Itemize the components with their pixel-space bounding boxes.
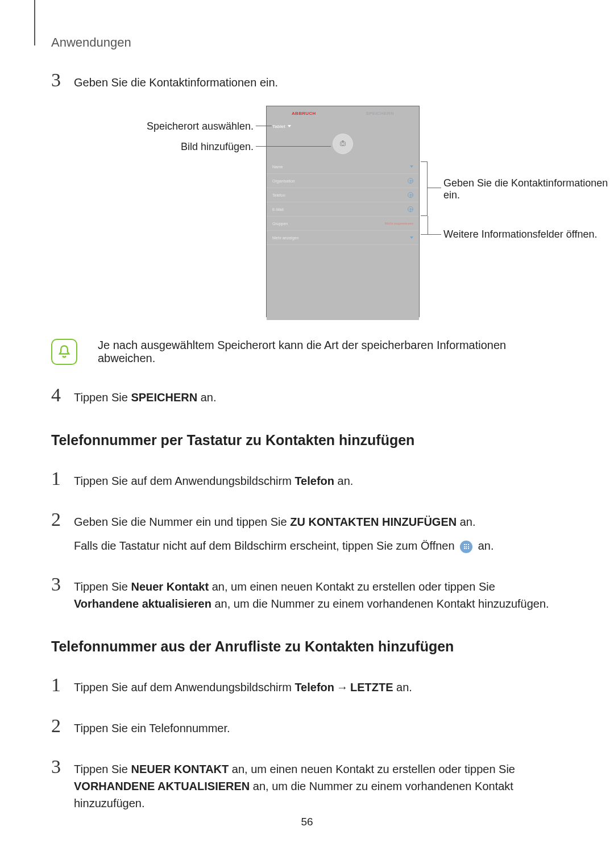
- callout-info: Geben Sie die Kontaktinformationen ein.: [443, 177, 614, 201]
- h1-step-3: 3 Tippen Sie Neuer Kontakt an, um einen …: [51, 575, 563, 612]
- t: an.: [478, 539, 494, 552]
- t: Vorhandene aktualisieren: [74, 597, 211, 610]
- dialpad-icon: [460, 541, 472, 553]
- page-number: 56: [0, 816, 614, 828]
- step-number: 1: [51, 675, 74, 695]
- t: Falls die Tastatur nicht auf dem Bildsch…: [74, 539, 458, 552]
- step-number: 3: [51, 757, 74, 776]
- h2-step-3: 3 Tippen Sie NEUER KONTAKT an, um einen …: [51, 757, 563, 812]
- t: an.: [457, 516, 475, 528]
- step-number: 3: [51, 70, 74, 90]
- leader-line: [428, 188, 441, 188]
- step-number: 1: [51, 469, 74, 488]
- step-text: Tippen Sie NEUER KONTAKT an, um einen ne…: [74, 757, 563, 812]
- t: LETZTE: [350, 681, 393, 693]
- step-number: 4: [51, 385, 74, 405]
- t: Tippen Sie auf dem Anwendungsbildschirm: [74, 681, 294, 693]
- t: Telefon: [294, 681, 334, 693]
- step-number: 2: [51, 510, 74, 529]
- leader-line: [428, 216, 428, 234]
- t: VORHANDENE AKTUALISIEREN: [74, 780, 250, 792]
- header-accent-line: [34, 0, 35, 45]
- callout-photo: Bild hinzufügen.: [106, 141, 254, 153]
- t: an, um einen neuen Kontakt zu erstellen …: [229, 763, 515, 775]
- leader-line: [421, 234, 441, 235]
- callout-more: Weitere Informationsfelder öffnen.: [443, 229, 614, 240]
- chevron-down-icon: [410, 236, 413, 239]
- step-text: Geben Sie die Kontaktinformationen ein.: [74, 70, 563, 91]
- add-photo-button[interactable]: [333, 134, 353, 154]
- more-field[interactable]: Mehr anzeigen: [267, 231, 419, 245]
- t: an.: [197, 391, 216, 404]
- field-label: Gruppen: [272, 222, 288, 226]
- arrow-right-icon: →: [337, 679, 348, 696]
- storage-label: Tablet: [272, 124, 285, 129]
- t: NEUER KONTAKT: [131, 763, 229, 775]
- camera-icon: [340, 142, 346, 146]
- phone-screenshot: ABBRUCH SPEICHERN Tablet Name Organisati…: [266, 106, 420, 317]
- step-text: Tippen Sie ein Telefonnummer.: [74, 716, 563, 737]
- step-number: 2: [51, 716, 74, 736]
- field-label: Telefon: [272, 193, 285, 197]
- storage-dropdown[interactable]: Tablet: [267, 120, 419, 132]
- subheading-keypad: Telefonnummer per Tastatur zu Kontakten …: [51, 432, 563, 448]
- t: Tippen Sie: [74, 580, 131, 593]
- leader-line: [256, 126, 272, 126]
- t: Tippen Sie auf dem Anwendungsbildschirm: [74, 475, 294, 487]
- h2-step-2: 2 Tippen Sie ein Telefonnummer.: [51, 716, 563, 737]
- name-field[interactable]: Name: [267, 160, 419, 174]
- step-3: 3 Geben Sie die Kontaktinformationen ein…: [51, 70, 563, 91]
- field-list: Name Organisation Telefon E-Mail Gruppen: [267, 160, 419, 245]
- step-4: 4 Tippen Sie SPEICHERN an.: [51, 385, 563, 406]
- field-label: Mehr anzeigen: [272, 236, 298, 240]
- h2-step-1: 1 Tippen Sie auf dem Anwendungsbildschir…: [51, 675, 563, 696]
- note-row: Je nach ausgewähltem Speicherort kann di…: [51, 339, 563, 365]
- t: Geben Sie die Nummer ein und tippen Sie: [74, 516, 290, 528]
- cancel-label[interactable]: ABBRUCH: [292, 111, 316, 116]
- t: ZU KONTAKTEN HINZUFÜGEN: [290, 516, 457, 528]
- subheading-calllog: Telefonnummer aus der Anrufliste zu Kont…: [51, 638, 563, 655]
- field-label: Organisation: [272, 179, 295, 183]
- step-text: Tippen Sie SPEICHERN an.: [74, 385, 563, 406]
- t: Telefon: [294, 475, 334, 487]
- org-field[interactable]: Organisation: [267, 174, 419, 188]
- t: an.: [393, 681, 412, 693]
- step-text: Tippen Sie auf dem Anwendungsbildschirm …: [74, 675, 563, 696]
- field-label: Name: [272, 165, 283, 169]
- phone-topbar: ABBRUCH SPEICHERN: [267, 106, 419, 120]
- t: Tippen Sie: [74, 763, 131, 775]
- step-text: Tippen Sie Neuer Kontakt an, um einen ne…: [74, 575, 563, 612]
- dropdown-icon: [288, 125, 291, 127]
- plus-icon[interactable]: [408, 192, 413, 198]
- groups-value: Nicht zugewiesen: [385, 222, 413, 225]
- phone-field[interactable]: Telefon: [267, 188, 419, 202]
- h1-step-1: 1 Tippen Sie auf dem Anwendungsbildschir…: [51, 469, 563, 489]
- phone-empty-area: [267, 245, 419, 320]
- callout-storage: Speicherort auswählen.: [106, 121, 254, 132]
- bracket-line: [421, 161, 428, 216]
- t: Tippen Sie: [74, 391, 131, 404]
- step-number: 3: [51, 575, 74, 594]
- note-icon: [51, 339, 77, 365]
- step-text: Tippen Sie auf dem Anwendungsbildschirm …: [74, 469, 563, 489]
- groups-field[interactable]: Gruppen Nicht zugewiesen: [267, 217, 419, 231]
- save-label[interactable]: SPEICHERN: [366, 111, 394, 116]
- t: SPEICHERN: [131, 391, 197, 404]
- t: Neuer Kontakt: [131, 580, 209, 593]
- t: an.: [334, 475, 353, 487]
- chevron-down-icon: [410, 165, 413, 168]
- step-text: Geben Sie die Nummer ein und tippen Sie …: [74, 510, 563, 554]
- leader-line: [256, 146, 331, 147]
- email-field[interactable]: E-Mail: [267, 202, 419, 217]
- plus-icon[interactable]: [408, 206, 413, 212]
- plus-icon[interactable]: [408, 178, 413, 184]
- field-label: E-Mail: [272, 207, 284, 211]
- h1-step-2: 2 Geben Sie die Nummer ein und tippen Si…: [51, 510, 563, 554]
- t: an, um die Nummer zu einem vorhandenen K…: [211, 597, 549, 610]
- t: an, um einen neuen Kontakt zu erstellen …: [209, 580, 495, 593]
- note-text: Je nach ausgewähltem Speicherort kann di…: [98, 339, 563, 365]
- section-header: Anwendungen: [51, 35, 563, 50]
- contact-form-figure: ABBRUCH SPEICHERN Tablet Name Organisati…: [51, 106, 563, 322]
